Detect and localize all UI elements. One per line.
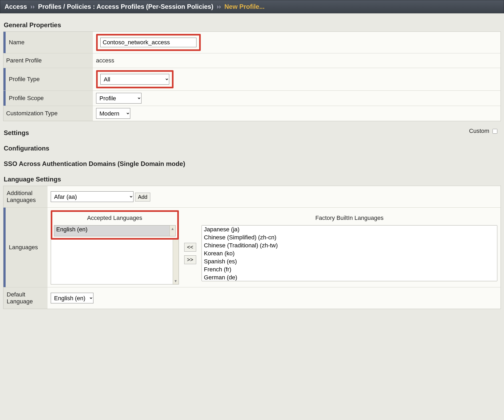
factory-language-option[interactable]: French (fr) [202,266,497,274]
label-profile-type: Profile Type [3,68,93,91]
default-language-select[interactable]: English (en) [51,293,93,303]
scroll-down-icon[interactable]: ▼ [174,278,178,284]
breadcrumb: Access ›› Profiles / Policies : Access P… [0,0,504,13]
label-name: Name [3,32,93,53]
label-default-language: Default Language [3,287,48,309]
customization-type-select[interactable]: Modern [96,108,130,119]
section-settings: Settings Custom [2,121,502,139]
profile-scope-select[interactable]: Profile [96,93,141,104]
breadcrumb-profiles[interactable]: Profiles / Policies : Access Profiles (P… [38,3,213,10]
factory-languages-header: Factory BuiltIn Languages [202,212,497,224]
row-profile-type: Profile Type All [3,68,501,91]
highlight-profile-type: All [96,70,174,88]
factory-language-option[interactable]: German (de) [202,274,497,281]
row-profile-scope: Profile Scope Profile [3,91,501,106]
move-left-button[interactable]: << [184,243,196,252]
add-button[interactable]: Add [135,193,151,201]
language-settings-table: Additional Languages Afar (aa) Add Langu… [3,186,501,309]
custom-label: Custom [469,128,489,134]
label-parent-profile: Parent Profile [3,53,93,68]
row-default-language: Default Language English (en) [3,287,501,309]
highlight-name [96,34,201,51]
factory-language-option[interactable]: Chinese (Simplified) (zh-cn) [202,233,497,241]
section-settings-label: Settings [4,129,29,136]
section-configurations: Configurations [2,139,502,155]
name-input[interactable] [100,38,196,47]
breadcrumb-root[interactable]: Access [5,3,27,10]
factory-language-option[interactable]: Korean (ko) [202,249,497,257]
row-customization-type: Customization Type Modern [3,106,501,121]
factory-languages-listbox[interactable]: Japanese (ja)Chinese (Simplified) (zh-cn… [202,225,497,281]
row-name: Name [3,32,501,53]
scroll-up-icon[interactable]: ▲ [171,225,175,232]
factory-language-option[interactable]: Spanish (es) [202,257,497,266]
move-right-button[interactable]: >> [184,255,196,264]
scrollbar[interactable]: ▲ [170,225,175,236]
custom-checkbox-wrap: Custom [469,128,498,134]
section-general-properties: General Properties [2,13,502,31]
additional-languages-select[interactable]: Afar (aa) [51,191,133,202]
breadcrumb-sep: ›› [29,3,36,10]
general-properties-table: Name Parent Profile access Profile Type … [3,31,501,121]
section-sso: SSO Across Authentication Domains (Singl… [2,155,502,170]
row-additional-languages: Additional Languages Afar (aa) Add [3,186,501,208]
row-parent-profile: Parent Profile access [3,53,501,68]
scrollbar[interactable]: ▼ [173,240,179,284]
accepted-languages-header: Accepted Languages [54,212,176,224]
breadcrumb-sep: ›› [215,3,223,10]
value-parent-profile: access [93,53,501,68]
highlight-accepted-languages: Accepted Languages English (en) ▲ [51,210,179,240]
custom-checkbox[interactable] [493,129,497,134]
label-profile-scope: Profile Scope [3,91,93,106]
label-languages: Languages [3,208,48,287]
accepted-language-option[interactable]: English (en) [54,225,170,233]
accepted-languages-listbox-top[interactable]: English (en) [54,225,170,236]
breadcrumb-current: New Profile... [224,3,265,10]
label-customization-type: Customization Type [3,106,93,121]
label-additional-languages: Additional Languages [3,186,48,208]
section-language-settings: Language Settings [2,170,502,186]
profile-type-select[interactable]: All [100,74,169,85]
factory-language-option[interactable]: Chinese (Traditional) (zh-tw) [202,241,497,249]
row-languages: Languages Accepted Languages English (en… [3,208,501,287]
factory-language-option[interactable]: Japanese (ja) [202,225,497,233]
